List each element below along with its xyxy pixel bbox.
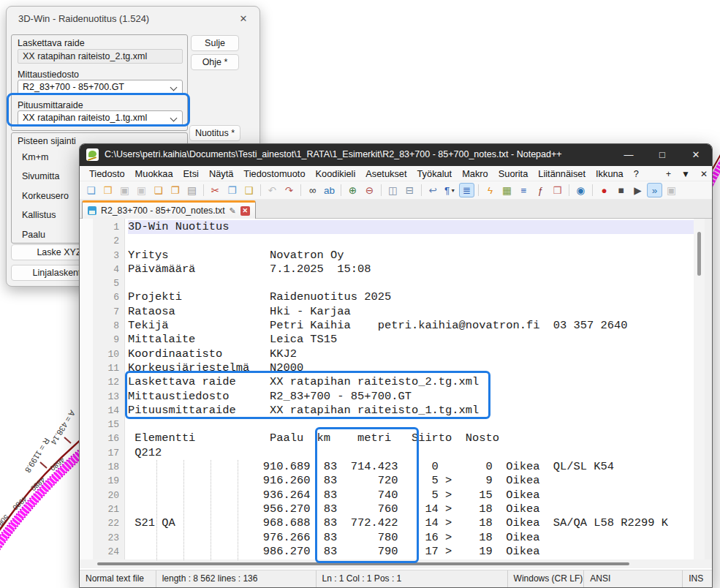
menu-?[interactable]: ? [629,166,644,181]
toolbar-separator [341,184,341,196]
toolbar-separator [300,184,301,196]
undo-icon[interactable]: ↶ [265,183,280,197]
minimize-button[interactable]: — [613,144,645,166]
ohje-button[interactable]: Ohje * [191,54,239,70]
dialog-titlebar[interactable]: 3D-Win - Raidenuotitus (1.524) ✕ [7,7,259,31]
chevron-down-icon[interactable] [170,115,178,122]
laskettava-field[interactable]: XX ratapihan raiteisto_2.tg.xml [18,49,183,64]
editor-line: Mittalaite Leica TS15 [128,333,695,347]
new-tab-icon[interactable]: + [666,169,671,179]
sync-vertical-icon[interactable]: ◫ [385,183,401,197]
line-number: 7 [107,305,119,319]
zoom-out-icon[interactable]: ⊖ [362,183,377,197]
menu-nyt[interactable]: Näytä [204,166,238,181]
mittaustiedosto-combobox[interactable]: R2_83+700 - 85+700.GT [18,80,183,95]
monitoring-icon[interactable]: ϟ [482,183,498,197]
nuotitus-button[interactable]: Nuotitus * [189,125,240,141]
macro-run-multi-icon[interactable]: » [647,183,662,197]
dialog-close-icon[interactable]: ✕ [235,11,252,27]
sulje-button[interactable]: Sulje [191,35,239,51]
cut-icon[interactable]: ✂ [208,183,223,197]
zoom-in-icon[interactable]: ⊕ [345,183,360,197]
tab-close-icon[interactable]: ✕ [240,206,250,216]
toolbar-separator [260,184,261,196]
show-all-chars-icon[interactable]: ¶▼ [442,183,458,197]
folder-workspace-icon[interactable]: ❒ [550,183,565,197]
editor-line: Mittaustiedosto R2_83+700 - 85+700.GT [128,390,695,404]
line-number: 24 [107,545,119,559]
print-icon[interactable]: ▤ [184,183,200,197]
indent-guide-icon[interactable]: ≣ [459,183,474,197]
menu-suorita[interactable]: Suorita [493,166,534,181]
menu-asetukset[interactable]: Asetukset [360,166,412,181]
document-map-icon[interactable]: ▦ [499,183,515,197]
tab-list-icon[interactable]: ▼ [681,169,690,179]
line-number: 13 [107,390,119,404]
editor-text[interactable]: 3D-Win NuotitusYritys Novatron OyPäivämä… [128,220,695,559]
pin-icon[interactable]: ✎ [230,206,236,216]
line-number: 12 [107,375,119,389]
close-all-icon[interactable]: ❐ [167,183,183,197]
line-number: 17 [107,446,119,460]
menu-makro[interactable]: Makro [457,166,493,181]
indent-guide [156,460,157,560]
pituusmittaraide-combobox[interactable]: XX ratapihan raiteisto_1.tg.xml [18,110,183,126]
save-icon[interactable]: ▣ [117,183,132,197]
view-monitor-icon[interactable]: ◉ [573,183,588,197]
status-eol[interactable]: Windows (CR LF) [508,570,585,587]
close-doc-icon[interactable]: ✕ [700,169,708,179]
status-caret-pos: Ln : 1 Col : 1 Pos : 1 [317,570,508,587]
menu-etsi[interactable]: Etsi [178,166,204,181]
save-all-icon[interactable]: ▣ [134,183,149,197]
macro-stop-icon[interactable]: ■ [613,183,629,197]
close-doc-icon[interactable]: ❏ [151,183,166,197]
menu-ikkuna[interactable]: Ikkuna [591,166,629,181]
macro-record-icon[interactable]: ● [596,183,612,197]
line-number: 20 [107,489,119,502]
line-number: 6 [107,290,119,304]
find-icon[interactable]: ∞ [305,183,320,197]
copy-icon[interactable]: ❐ [224,183,240,197]
horizontal-scrollbar[interactable] [80,559,712,568]
menu-liitnniset[interactable]: Liitännäiset [533,166,591,181]
editor-line: Yritys Novatron Oy [128,249,695,263]
open-file-icon[interactable]: ❒ [100,183,115,197]
mittaustiedosto-label: Mittaustiedosto [18,69,79,80]
editor-line: 910.689 83 714.423 0 0 Oikea QL/SL K54 [128,460,695,474]
chevron-down-icon[interactable] [170,84,178,91]
word-wrap-icon[interactable]: ↩ [425,183,441,197]
line-number: 23 [107,531,119,545]
macro-save-icon[interactable]: ▣ [664,183,679,197]
editor-area[interactable]: 123456789101112131415161718192021222324 … [80,219,712,559]
editor-line: Rataosa Hki - Karjaa [128,305,695,319]
status-insert-mode[interactable]: INS [683,570,712,587]
replace-icon[interactable]: ab [322,183,337,197]
menu-koodikieli[interactable]: Koodikieli [311,166,361,181]
menu-extra: +▼✕ [666,166,708,181]
menu-tiedostomuoto[interactable]: Tiedostomuoto [238,166,310,181]
tab-active[interactable]: R2_83+700 - 85+700_notes.txt ✎ ✕ [82,200,256,219]
line-number: 15 [107,418,119,431]
notepad-titlebar[interactable]: C:\Users\petri.kaihia\Documents\Testi_ai… [80,144,712,166]
document-list-icon[interactable]: ≡ [516,183,531,197]
toolbar-separator [381,184,382,196]
sync-horizontal-icon[interactable]: ⊟ [402,183,417,197]
maximize-button[interactable]: □ [646,144,678,166]
editor-line: Tekijä Petri Kaihia petri.kaihia@novatro… [128,319,695,333]
sijainti-row-paalu: Paalu [22,230,45,240]
menu-tiedosto[interactable]: Tiedosto [84,166,130,181]
menu-tykalut[interactable]: Työkalut [412,166,458,181]
editor-line: Laskettava raide XX ratapihan raiteisto_… [128,375,695,389]
function-list-icon[interactable]: ƒ [533,183,548,197]
horizontal-scrollbar-thumb[interactable] [97,562,629,565]
paste-icon[interactable]: ❑ [241,183,257,197]
macro-play-icon[interactable]: ▶ [630,183,645,197]
vertical-scrollbar[interactable] [694,219,705,559]
redo-icon[interactable]: ↷ [281,183,297,197]
vertical-scrollbar-thumb[interactable] [697,232,701,276]
bookmark-margin[interactable] [80,219,93,559]
status-encoding[interactable]: ANSI [584,570,683,587]
menu-muokkaa[interactable]: Muokkaa [130,166,178,181]
new-file-icon[interactable]: ❏ [83,183,99,197]
close-button[interactable]: ✕ [680,144,712,166]
